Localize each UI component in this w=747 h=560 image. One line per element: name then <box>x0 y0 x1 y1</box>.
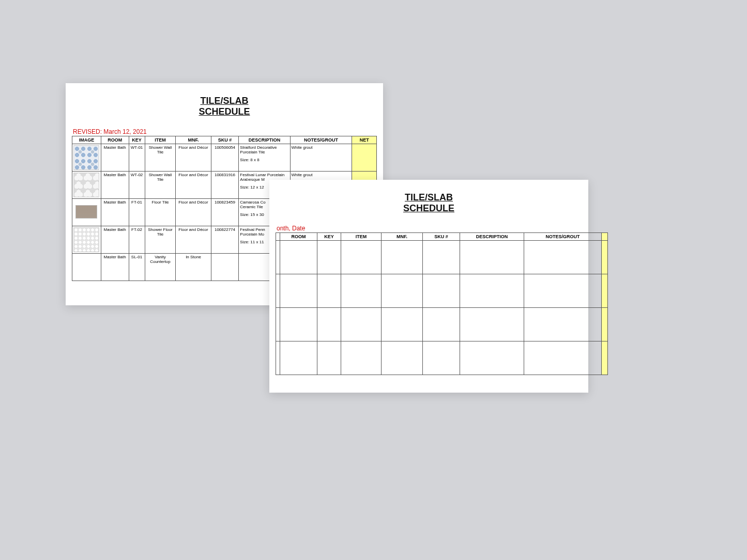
title-line-2: SCHEDULE <box>276 203 582 214</box>
empty-cell <box>460 241 524 274</box>
col-image <box>276 233 280 241</box>
empty-cell <box>460 341 524 375</box>
cell-mnf: Floor and Décor <box>176 199 211 226</box>
cell-mnf: Floor and Décor <box>176 144 211 172</box>
col-sku: SKU # <box>423 233 460 241</box>
table-row: Master BathWT-01Shower Wall TileFloor an… <box>72 144 377 172</box>
cell-sku <box>211 254 239 281</box>
col-sku: SKU # <box>211 136 239 144</box>
empty-cell <box>280 274 317 308</box>
cell-sku: 100506054 <box>211 144 239 172</box>
cell-room: Master Bath <box>101 172 129 199</box>
camarosa-tile-swatch <box>72 199 101 226</box>
cell-sku: 100822774 <box>211 226 239 254</box>
arabesque-tile-swatch-icon <box>73 173 99 197</box>
cell-key: FT-01 <box>129 199 145 226</box>
cell-item: Vanity Countertop <box>145 254 176 281</box>
empty-cell <box>382 341 423 375</box>
empty-cell <box>460 274 524 308</box>
schedule-table-blank: ROOM KEY ITEM MNF. SKU # DESCRIPTION NOT… <box>276 232 608 375</box>
col-key: KEY <box>317 233 341 241</box>
revised-date-label: REVISED: March 12, 2021 <box>72 128 147 135</box>
cell-key: FT-02 <box>129 226 145 254</box>
empty-cell <box>276 341 280 375</box>
empty-cell <box>276 308 280 341</box>
cell-sku: 100823459 <box>211 199 239 226</box>
penny-tile-swatch-icon <box>73 227 99 252</box>
empty-cell <box>280 341 317 375</box>
empty-cell <box>460 308 524 341</box>
col-notes: NOTES/GROUT <box>524 233 602 241</box>
empty-cell <box>524 341 602 375</box>
empty-cell <box>280 241 317 274</box>
empty-cell <box>276 274 280 308</box>
empty-cell <box>276 241 280 274</box>
empty-cell <box>341 308 382 341</box>
cell-mnf: Floor and Décor <box>176 172 211 199</box>
empty-cell <box>280 308 317 341</box>
table-header-row: IMAGE ROOM KEY ITEM MNF. SKU # DESCRIPTI… <box>72 136 377 144</box>
empty-cell <box>602 341 608 375</box>
col-item: ITEM <box>145 136 176 144</box>
cell-item: Floor Tile <box>145 199 176 226</box>
title-line-2: SCHEDULE <box>72 106 377 117</box>
table-row <box>276 241 608 274</box>
cell-sku: 100831916 <box>211 172 239 199</box>
empty-cell <box>317 241 341 274</box>
empty-cell <box>382 241 423 274</box>
col-net: NET <box>352 136 377 144</box>
cell-key: WT-01 <box>129 144 145 172</box>
empty-cell <box>423 308 460 341</box>
title-block: TILE/SLAB SCHEDULE <box>276 192 582 214</box>
empty-cell <box>382 274 423 308</box>
tile-schedule-sheet-blank: TILE/SLAB SCHEDULE onth, Date ROOM KEY I… <box>269 180 588 393</box>
cell-notes: White grout <box>290 144 352 172</box>
table-header-row: ROOM KEY ITEM MNF. SKU # DESCRIPTION NOT… <box>276 233 608 241</box>
empty-cell <box>524 241 602 274</box>
arabesque-tile-swatch <box>72 172 101 199</box>
empty-cell <box>341 274 382 308</box>
cell-room: Master Bath <box>101 144 129 172</box>
empty-cell <box>423 274 460 308</box>
table-row <box>276 274 608 308</box>
cell-item: Shower Floor Tile <box>145 226 176 254</box>
camarosa-tile-swatch-icon <box>75 205 97 219</box>
col-notes: NOTES/GROUT <box>290 136 352 144</box>
blank-swatch <box>72 254 101 281</box>
damask-tile-swatch <box>72 144 101 172</box>
cell-key: WT-02 <box>129 172 145 199</box>
empty-cell <box>382 308 423 341</box>
empty-cell <box>423 341 460 375</box>
cell-description: Stratford DecorativePorcelain TileSize: … <box>239 144 290 172</box>
damask-tile-swatch-icon <box>73 145 99 170</box>
revised-date-placeholder: onth, Date <box>276 225 305 232</box>
cell-item: Shower Wall Tile <box>145 144 176 172</box>
penny-tile-swatch <box>72 226 101 254</box>
col-image: IMAGE <box>72 136 101 144</box>
cell-mnf: In Stone <box>176 254 211 281</box>
cell-room: Master Bath <box>101 226 129 254</box>
empty-cell <box>317 308 341 341</box>
col-room: ROOM <box>101 136 129 144</box>
empty-cell <box>341 341 382 375</box>
col-mnf: MNF. <box>382 233 423 241</box>
cell-net <box>352 144 377 172</box>
cell-room: Master Bath <box>101 199 129 226</box>
empty-cell <box>602 274 608 308</box>
cell-item: Shower Wall Tile <box>145 172 176 199</box>
col-item: ITEM <box>341 233 382 241</box>
col-key: KEY <box>129 136 145 144</box>
col-net <box>602 233 608 241</box>
title-line-1: TILE/SLAB <box>72 96 377 106</box>
cell-room: Master Bath <box>101 254 129 281</box>
title-line-1: TILE/SLAB <box>276 192 582 203</box>
cell-mnf: Floor and Décor <box>176 226 211 254</box>
empty-cell <box>602 241 608 274</box>
empty-cell <box>524 308 602 341</box>
empty-cell <box>317 341 341 375</box>
table-row <box>276 308 608 341</box>
empty-cell <box>317 274 341 308</box>
col-desc: DESCRIPTION <box>239 136 290 144</box>
empty-cell <box>602 308 608 341</box>
col-room: ROOM <box>280 233 317 241</box>
